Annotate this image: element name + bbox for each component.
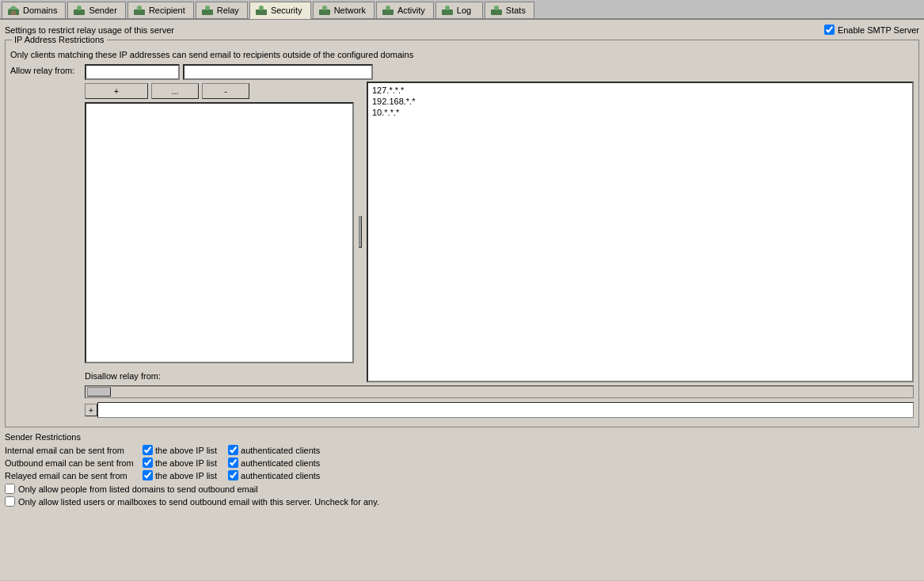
- list-item-192[interactable]: 192.168.*.*: [370, 96, 911, 107]
- internal-ip-checkbox[interactable]: [143, 445, 153, 455]
- outbound-email-label: Outbound email can be sent from: [5, 458, 139, 468]
- outbound-ip-check-group: the above IP list: [143, 458, 217, 468]
- outbound-ip-label: the above IP list: [155, 458, 217, 468]
- tab-activity[interactable]: Activity: [376, 2, 434, 18]
- bottom-option2-row: Only allow listed users or mailboxes to …: [5, 496, 919, 507]
- svg-marker-1: [8, 6, 19, 9]
- tab-relay[interactable]: Relay: [196, 2, 248, 18]
- tab-stats[interactable]: Stats: [485, 2, 534, 18]
- left-listbox[interactable]: [85, 102, 354, 363]
- bottom-option1-row: Only allow people from listed domains to…: [5, 484, 919, 494]
- ip-subnet-input[interactable]: [85, 64, 180, 80]
- bottom-option1-label: Only allow people from listed domains to…: [18, 484, 258, 494]
- relayed-auth-check-group: authenticated clients: [228, 470, 320, 480]
- outbound-auth-checkbox[interactable]: [228, 458, 238, 468]
- svg-point-4: [77, 6, 82, 10]
- tab-network-label: Network: [334, 6, 366, 15]
- bottom-option2-label: Only allow listed users or mailboxes to …: [18, 497, 379, 507]
- internal-ip-label: the above IP list: [155, 446, 217, 455]
- internal-email-row: Internal email can be sent from the abov…: [5, 445, 919, 455]
- svg-rect-17: [491, 9, 502, 15]
- recipient-icon: [133, 5, 146, 16]
- relayed-auth-label: authenticated clients: [241, 471, 320, 480]
- tab-activity-label: Activity: [397, 6, 425, 15]
- settings-desc-row: Settings to restrict relay usage of this…: [5, 25, 919, 35]
- outbound-auth-label: authenticated clients: [241, 458, 320, 468]
- ip-mask-input[interactable]: [183, 64, 373, 80]
- settings-desc-text: Settings to restrict relay usage of this…: [5, 25, 174, 35]
- svg-rect-7: [202, 9, 213, 15]
- internal-auth-check-group: authenticated clients: [228, 445, 320, 455]
- svg-rect-13: [382, 9, 394, 15]
- network-icon: [318, 5, 331, 16]
- horizontal-scrollbar[interactable]: [85, 385, 914, 398]
- internal-auth-label: authenticated clients: [241, 446, 320, 455]
- bottom-options: Only allow people from listed domains to…: [5, 484, 919, 507]
- svg-point-8: [205, 6, 210, 10]
- list-item-10[interactable]: 10.*.*.*: [370, 107, 911, 118]
- relayed-ip-check-group: the above IP list: [143, 470, 217, 480]
- tab-security-label: Security: [271, 6, 302, 15]
- domains-icon: [7, 5, 20, 16]
- internal-email-label: Internal email can be sent from: [5, 446, 139, 455]
- relayed-ip-checkbox[interactable]: [143, 470, 153, 480]
- tab-domains[interactable]: Domains: [2, 2, 66, 18]
- svg-point-10: [259, 6, 264, 10]
- edit-ip-button[interactable]: ...: [151, 83, 199, 99]
- svg-point-14: [386, 6, 390, 10]
- stats-icon: [490, 5, 503, 16]
- svg-rect-15: [442, 9, 453, 15]
- ip-restrictions-content: Only clients matching these IP addresses…: [6, 40, 918, 427]
- ip-address-restrictions-group: IP Address Restrictions Only clients mat…: [5, 40, 919, 427]
- enable-smtp-checkbox[interactable]: [824, 25, 835, 35]
- enable-smtp-group: Enable SMTP Server: [824, 25, 919, 35]
- tab-bar: Domains Sender Recipient Relay Security: [0, 0, 924, 20]
- tab-sender[interactable]: Sender: [67, 2, 125, 18]
- security-icon: [255, 5, 268, 16]
- bottom-option1-checkbox[interactable]: [5, 484, 15, 494]
- internal-ip-check-group: the above IP list: [143, 445, 217, 455]
- allow-relay-label: Allow relay from:: [10, 64, 82, 75]
- tab-recipient[interactable]: Recipient: [127, 2, 194, 18]
- relayed-ip-label: the above IP list: [155, 471, 217, 480]
- tab-sender-label: Sender: [89, 6, 116, 15]
- tab-security[interactable]: Security: [249, 2, 311, 19]
- internal-auth-checkbox[interactable]: [228, 445, 238, 455]
- scrollbar-thumb: [87, 387, 111, 397]
- svg-rect-5: [134, 9, 145, 15]
- expand-row: +: [85, 401, 914, 419]
- svg-point-16: [445, 6, 450, 10]
- relay-icon: [201, 5, 214, 16]
- vertical-splitter[interactable]: [357, 82, 363, 382]
- svg-rect-9: [256, 9, 267, 15]
- buttons-row: + ... -: [85, 83, 354, 99]
- tab-recipient-label: Recipient: [149, 6, 185, 15]
- remove-ip-button[interactable]: -: [202, 83, 249, 99]
- list-item-127[interactable]: 127.*.*.*: [370, 85, 911, 96]
- bottom-option2-checkbox[interactable]: [5, 496, 15, 507]
- outbound-ip-checkbox[interactable]: [143, 458, 153, 468]
- enable-smtp-label: Enable SMTP Server: [838, 25, 919, 35]
- outbound-auth-check-group: authenticated clients: [228, 458, 320, 468]
- tab-log[interactable]: Log: [435, 2, 483, 18]
- tab-relay-label: Relay: [217, 6, 239, 15]
- tab-stats-label: Stats: [506, 6, 526, 15]
- sender-restrictions-title: Sender Restrictions: [5, 432, 919, 442]
- tab-network[interactable]: Network: [313, 2, 375, 18]
- log-icon: [441, 5, 454, 16]
- relayed-email-row: Relayed email can be sent from the above…: [5, 470, 919, 480]
- ip-list-right[interactable]: 127.*.*.* 192.168.*.* 10.*.*.*: [367, 82, 914, 382]
- svg-rect-2: [11, 11, 16, 15]
- svg-rect-3: [74, 9, 85, 15]
- main-content: Settings to restrict relay usage of this…: [0, 20, 924, 580]
- svg-rect-11: [319, 9, 330, 15]
- add-ip-button[interactable]: +: [85, 83, 148, 99]
- svg-point-6: [137, 6, 142, 10]
- relayed-auth-checkbox[interactable]: [228, 470, 238, 480]
- expand-button[interactable]: +: [85, 404, 97, 416]
- ip-restrictions-title: IP Address Restrictions: [12, 35, 107, 44]
- tab-domains-label: Domains: [23, 6, 57, 15]
- svg-point-12: [322, 6, 327, 10]
- sender-restrictions: Sender Restrictions Internal email can b…: [5, 432, 919, 480]
- outbound-email-row: Outbound email can be sent from the abov…: [5, 458, 919, 468]
